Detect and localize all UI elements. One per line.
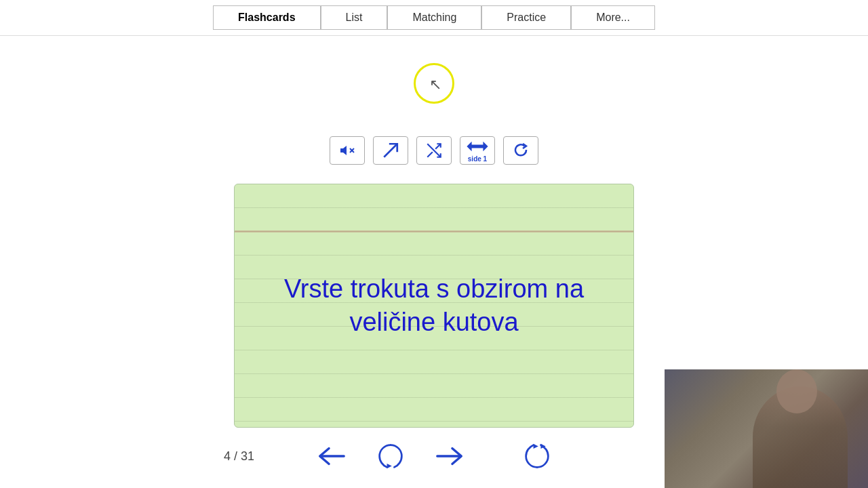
navigation-buttons — [315, 443, 553, 470]
cursor-highlight: ↖ — [414, 63, 454, 104]
top-navigation: Flashcards List Matching Practice More..… — [0, 0, 868, 36]
flip-side-icon — [521, 443, 553, 470]
webcam-person-head — [776, 369, 817, 413]
next-icon — [434, 443, 467, 470]
previous-button[interactable] — [315, 443, 347, 470]
tab-matching[interactable]: Matching — [387, 5, 481, 30]
svg-line-3 — [384, 144, 397, 157]
flip-down-button[interactable] — [374, 443, 407, 470]
shuffle-button[interactable] — [416, 136, 452, 165]
shuffle-icon — [425, 142, 443, 159]
cursor-area: ↖ — [0, 36, 868, 131]
autoplay-button[interactable] — [373, 136, 408, 165]
flashcard-text: Vrste trokuta s obzirom na veličine kuto… — [255, 272, 613, 340]
previous-icon — [315, 443, 347, 470]
tab-practice[interactable]: Practice — [481, 5, 571, 30]
flip-side-button[interactable] — [521, 443, 553, 470]
autoplay-icon — [382, 142, 399, 159]
next-button[interactable] — [434, 443, 467, 470]
flip-down-icon — [374, 443, 407, 470]
flashcard-content: Vrste trokuta s obzirom na veličine kuto… — [235, 184, 633, 427]
tab-flashcards[interactable]: Flashcards — [213, 5, 320, 30]
tab-list[interactable]: List — [321, 5, 388, 30]
side-arrows-icon — [465, 138, 490, 155]
mute-icon — [339, 142, 355, 159]
page-counter: 4 / 31 — [224, 449, 254, 464]
flashcard[interactable]: Vrste trokuta s obzirom na veličine kuto… — [234, 184, 634, 428]
webcam-feed — [665, 369, 868, 488]
mute-button[interactable] — [330, 136, 365, 165]
svg-marker-0 — [340, 146, 347, 155]
cursor-icon: ↖ — [429, 76, 441, 94]
side-selector-button[interactable]: side 1 — [460, 136, 495, 165]
tab-more[interactable]: More... — [571, 5, 655, 30]
webcam-overlay — [665, 369, 868, 488]
flashcard-toolbar: side 1 — [0, 131, 868, 170]
side-label: side 1 — [468, 155, 487, 163]
refresh-button[interactable] — [503, 136, 538, 165]
refresh-icon — [513, 142, 529, 159]
